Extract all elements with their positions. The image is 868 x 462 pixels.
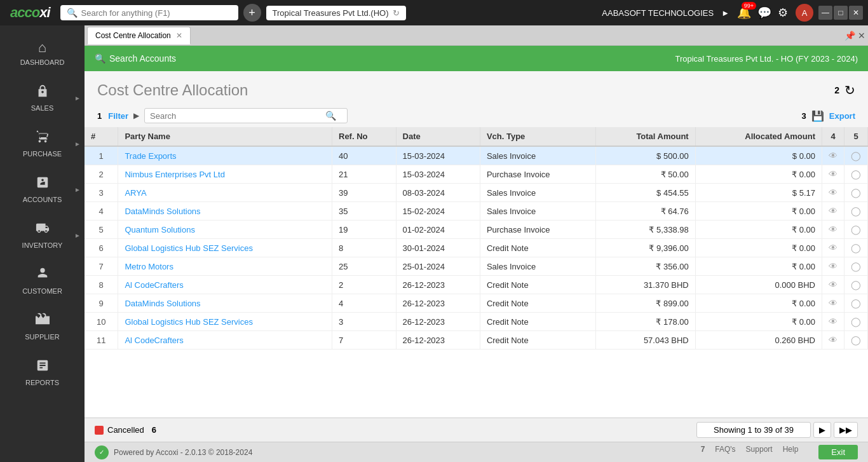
cell-party[interactable]: Metro Motors [118,257,332,276]
view-icon[interactable]: 👁 [829,335,837,345]
faq-link[interactable]: FAQ's [715,445,735,459]
action-icon[interactable]: ◯ [851,335,861,345]
cell-party[interactable]: Global Logistics Hub SEZ Services [118,313,332,331]
cell-action[interactable]: ◯ [844,257,868,276]
view-icon[interactable]: 👁 [829,261,837,271]
notification-icon[interactable]: 🔔99+ [737,6,751,20]
global-search-bar[interactable]: 🔍 [60,5,238,20]
cell-view[interactable]: 👁 [822,313,844,331]
sidebar-label-purchase: PURCHASE [23,150,62,158]
cell-total: ₹ 50.00 [596,165,695,184]
cell-party[interactable]: Trade Exports [118,146,332,165]
message-icon[interactable]: 💬 [757,6,771,20]
filter-arrow-icon[interactable]: ▶ [133,111,139,120]
filter-search-icon[interactable]: 🔍 [325,111,336,121]
settings-icon[interactable]: ⚙ [778,6,788,20]
cell-party[interactable]: DataMinds Solutions [118,202,332,221]
view-icon[interactable]: 👁 [829,224,837,234]
action-icon[interactable]: ◯ [851,280,861,290]
cell-action[interactable]: ◯ [844,294,868,313]
cell-party[interactable]: Quantum Solutions [118,221,332,239]
sidebar-item-supplier[interactable]: SUPPLIER [0,304,85,350]
filter-search-box[interactable]: 🔍 [144,108,348,123]
cell-party[interactable]: Nimbus Enterprises Pvt Ltd [118,165,332,184]
cell-view[interactable]: 👁 [822,276,844,294]
action-icon[interactable]: ◯ [851,298,861,308]
cell-party[interactable]: Al CodeCrafters [118,276,332,294]
cell-action[interactable]: ◯ [844,146,868,165]
view-icon[interactable]: 👁 [829,206,837,216]
view-icon[interactable]: 👁 [829,169,837,179]
view-icon[interactable]: 👁 [829,187,837,198]
minimize-button[interactable]: — [818,6,832,20]
refresh-data-icon[interactable]: ↻ [844,83,855,98]
cell-view[interactable]: 👁 [822,294,844,313]
view-icon[interactable]: 👁 [829,316,837,327]
action-icon[interactable]: ◯ [851,243,861,253]
cell-action[interactable]: ◯ [844,331,868,350]
action-icon[interactable]: ◯ [851,206,861,216]
next-page-button[interactable]: ▶ [813,422,831,438]
cell-view[interactable]: 👁 [822,257,844,276]
cell-action[interactable]: ◯ [844,239,868,257]
filter-button[interactable]: Filter [108,111,128,121]
sidebar-item-purchase[interactable]: PURCHASE ► [0,121,85,166]
sidebar-item-accounts[interactable]: ACCOUNTS ► [0,166,85,212]
cell-view[interactable]: 👁 [822,184,844,202]
cell-view[interactable]: 👁 [822,331,844,350]
view-icon[interactable]: 👁 [829,280,837,290]
last-page-button[interactable]: ▶▶ [834,422,858,438]
action-icon[interactable]: ◯ [851,169,861,179]
cell-action[interactable]: ◯ [844,165,868,184]
cell-view[interactable]: 👁 [822,165,844,184]
cancelled-dot [95,426,104,435]
cell-view[interactable]: 👁 [822,202,844,221]
cell-action[interactable]: ◯ [844,202,868,221]
sidebar-item-dashboard[interactable]: ⌂ DASHBOARD [0,31,85,75]
help-link[interactable]: Help [783,445,799,459]
cell-action[interactable]: ◯ [844,276,868,294]
tab-cost-centre[interactable]: Cost Centre Allocation ✕ [87,27,191,44]
cell-action[interactable]: ◯ [844,221,868,239]
sidebar-label-reports: REPORTS [25,379,59,386]
cell-party[interactable]: DataMinds Solutions [118,294,332,313]
global-search-input[interactable] [81,8,221,18]
cell-view[interactable]: 👁 [822,239,844,257]
cell-action[interactable]: ◯ [844,313,868,331]
cell-action[interactable]: ◯ [844,184,868,202]
export-icon[interactable]: 💾 [811,110,824,122]
sidebar-item-customer[interactable]: CUSTOMER [0,258,85,304]
action-icon[interactable]: ◯ [851,151,861,161]
close-button[interactable]: ✕ [849,6,863,20]
add-button[interactable]: + [243,4,261,22]
filter-search-input[interactable] [150,111,322,121]
cell-view[interactable]: 👁 [822,146,844,165]
refresh-icon[interactable]: ↻ [393,8,400,18]
action-icon[interactable]: ◯ [851,187,861,198]
view-icon[interactable]: 👁 [829,298,837,308]
tab-pin-button[interactable]: 📌 [844,31,855,41]
exit-button[interactable]: Exit [818,445,858,459]
cell-num: 6 [85,239,118,257]
cell-party[interactable]: ARYA [118,184,332,202]
view-icon[interactable]: 👁 [829,243,837,253]
action-icon[interactable]: ◯ [851,261,861,271]
action-icon[interactable]: ◯ [851,316,861,327]
sidebar-item-sales[interactable]: SALES ► [0,75,85,121]
tab-close-icon[interactable]: ✕ [176,31,182,40]
support-link[interactable]: Support [746,445,773,459]
action-icon[interactable]: ◯ [851,224,861,234]
company-selector[interactable]: Tropical Treasures Pvt Ltd.(HO) ↻ [266,6,406,20]
sidebar-item-inventory[interactable]: INVENTORY ► [0,212,85,258]
sidebar-item-reports[interactable]: REPORTS [0,350,85,395]
maximize-button[interactable]: □ [834,6,848,20]
export-button[interactable]: Export [829,111,855,121]
avatar[interactable]: A [796,4,813,22]
view-icon[interactable]: 👁 [829,151,837,161]
cell-view[interactable]: 👁 [822,221,844,239]
tab-close-button[interactable]: ✕ [858,31,865,41]
search-accounts-label[interactable]: 🔍 Search Accounts [95,53,176,64]
cell-party[interactable]: Al CodeCrafters [118,331,332,350]
cell-party[interactable]: Global Logistics Hub SEZ Services [118,239,332,257]
cell-num: 8 [85,276,118,294]
